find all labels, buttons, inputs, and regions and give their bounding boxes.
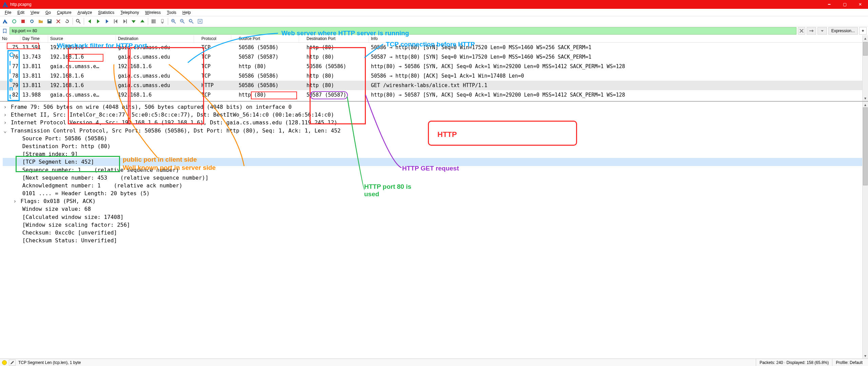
scrollbar-thumb[interactable] — [863, 107, 868, 185]
next-icon[interactable] — [94, 17, 102, 25]
col-header-daytime[interactable]: Day Time — [20, 35, 48, 42]
col-header-destination[interactable]: Destination — [116, 35, 194, 42]
col-header-no[interactable]: No — [0, 35, 20, 42]
detail-line[interactable]: [Calculated window size: 17408] — [3, 213, 865, 221]
detail-line[interactable]: › Flags: 0x018 (PSH, ACK) — [3, 197, 865, 205]
shark-icon[interactable] — [1, 17, 9, 25]
minimize-button[interactable]: ━ — [821, 0, 837, 9]
display-filter-input[interactable] — [9, 27, 796, 35]
menu-view[interactable]: View — [28, 9, 42, 16]
detail-line[interactable]: [Window size scaling factor: 256] — [3, 221, 865, 229]
svg-marker-12 — [97, 19, 100, 23]
up-icon[interactable] — [138, 17, 146, 25]
detail-line[interactable]: 0101 .... = Header Length: 20 bytes (5) — [3, 189, 865, 197]
scrollbar-up-icon[interactable]: ▴ — [863, 35, 868, 41]
last-icon[interactable] — [121, 17, 129, 25]
packet-list-scrollbar[interactable]: ▴ ▾ — [862, 35, 868, 101]
menu-statistics[interactable]: Statistics — [95, 9, 117, 16]
svg-marker-19 — [140, 20, 144, 22]
edit-icon[interactable] — [9, 360, 16, 366]
detail-line[interactable]: Source Port: 50586 (50586) — [3, 135, 865, 142]
detail-line[interactable]: [Stream index: 9] — [3, 150, 865, 158]
clear-filter-button[interactable] — [798, 27, 805, 35]
details-scrollbar[interactable]: ▴ ▾ — [862, 102, 868, 359]
bookmark-icon[interactable] — [1, 27, 8, 34]
menu-analyze[interactable]: Analyze — [75, 9, 95, 16]
svg-rect-14 — [114, 19, 115, 23]
detail-line[interactable]: [Next sequence number: 453 (relative seq… — [3, 174, 865, 182]
svg-line-30 — [183, 22, 184, 23]
col-header-destination-port[interactable]: Destination Port — [299, 35, 369, 42]
scrollbar-down-icon[interactable]: ▾ — [863, 353, 868, 359]
prev-icon[interactable] — [85, 17, 94, 25]
jump-icon[interactable] — [103, 17, 111, 25]
add-filter-button[interactable]: + — [859, 27, 867, 35]
search-icon[interactable] — [74, 17, 82, 25]
detail-line[interactable]: › Ethernet II, Src: IntelCor_8c:ce:77 (5… — [3, 111, 865, 119]
detail-line[interactable]: Window size value: 68 — [3, 205, 865, 213]
menu-telephony[interactable]: Telephony — [118, 9, 142, 16]
close-file-icon[interactable] — [54, 17, 62, 25]
detail-line[interactable]: Sequence number: 1 (relative sequence nu… — [3, 166, 865, 174]
expression-button[interactable]: Expression... — [828, 27, 858, 35]
menu-go[interactable]: Go — [43, 9, 54, 16]
packet-row[interactable]: 7613.743192.168.1.6gaia.cs.umass.eduTCP5… — [0, 52, 868, 62]
menu-wireless[interactable]: Wireless — [142, 9, 163, 16]
zoom-fit-icon[interactable] — [196, 17, 204, 25]
col-header-source[interactable]: Source — [48, 35, 116, 42]
svg-marker-13 — [106, 19, 108, 23]
svg-marker-24 — [161, 22, 164, 24]
svg-rect-2 — [21, 20, 25, 23]
detail-line[interactable]: › Frame 79: 506 bytes on wire (4048 bits… — [3, 103, 865, 111]
first-icon[interactable] — [112, 17, 120, 25]
packet-row[interactable]: 7713.811gaia.cs.umass.e…192.168.1.6TCPht… — [0, 62, 868, 71]
stop-icon[interactable] — [19, 17, 27, 25]
detail-line[interactable]: Checksum: 0xcc0c [unverified] — [3, 229, 865, 237]
svg-marker-42 — [821, 30, 824, 32]
reload-icon[interactable] — [63, 17, 71, 25]
apply-filter-button[interactable] — [807, 27, 816, 35]
detail-line[interactable]: [TCP Segment Len: 452] — [3, 158, 865, 166]
packet-list: No Day Time Source Destination Protocol … — [0, 35, 868, 102]
menu-file[interactable]: File — [2, 9, 14, 16]
col-header-protocol[interactable]: Protocol — [194, 35, 231, 42]
detail-line[interactable]: › Internet Protocol Version 4, Src: 192.… — [3, 119, 865, 126]
detail-line[interactable]: Destination Port: http (80) — [3, 142, 865, 150]
maximize-button[interactable]: ▢ — [837, 0, 852, 9]
detail-line[interactable]: [Checksum Status: Unverified] — [3, 237, 865, 244]
zoom-in-icon[interactable] — [170, 17, 178, 25]
svg-point-1 — [13, 20, 16, 23]
menu-help[interactable]: Help — [180, 9, 194, 16]
detail-line[interactable]: ⌄ Transmission Control Protocol, Src Por… — [3, 127, 865, 135]
menu-capture[interactable]: Capture — [54, 9, 74, 16]
restart-icon[interactable] — [28, 17, 36, 25]
open-icon[interactable] — [37, 17, 45, 25]
autoscroll-icon[interactable] — [158, 17, 166, 25]
zoom-11-icon[interactable]: 1 — [187, 17, 195, 25]
close-button[interactable]: ✕ — [852, 0, 868, 9]
detail-line[interactable]: Acknowledgment number: 1 (relative ack n… — [3, 182, 865, 189]
statusbar: TCP Segment Len (tcp.len), 1 byte Packet… — [0, 359, 868, 366]
scrollbar-thumb[interactable] — [863, 42, 868, 56]
scrollbar-down-icon[interactable]: ▾ — [863, 95, 868, 101]
columns-icon[interactable] — [150, 17, 158, 25]
col-header-info[interactable]: Info — [369, 35, 868, 42]
status-profile[interactable]: Profile: Default — [832, 359, 866, 366]
scrollbar-up-icon[interactable]: ▴ — [863, 102, 868, 107]
packet-row[interactable]: 7513.591192.168.1.6gaia.cs.umass.eduTCP5… — [0, 43, 868, 52]
col-header-source-port[interactable]: Source Port — [231, 35, 299, 42]
circle-icon[interactable] — [10, 17, 18, 25]
menu-tools[interactable]: Tools — [164, 9, 179, 16]
packet-row[interactable]: 8213.988gaia.cs.umass.e…192.168.1.6TCPht… — [0, 90, 868, 100]
menu-edit[interactable]: Edit — [15, 9, 27, 16]
filter-history-dropdown[interactable] — [817, 27, 827, 35]
svg-line-33 — [192, 22, 193, 23]
packet-row[interactable]: 7913.811192.168.1.6gaia.cs.umass.eduHTTP… — [0, 81, 868, 90]
svg-marker-18 — [132, 20, 136, 23]
window-title: http.pcapng — [10, 2, 32, 7]
packet-row[interactable]: 7813.811192.168.1.6gaia.cs.umass.eduTCP5… — [0, 71, 868, 81]
down-icon[interactable] — [130, 17, 138, 25]
zoom-out-icon[interactable] — [178, 17, 186, 25]
save-icon[interactable] — [45, 17, 54, 25]
expert-led-icon[interactable] — [2, 360, 7, 365]
